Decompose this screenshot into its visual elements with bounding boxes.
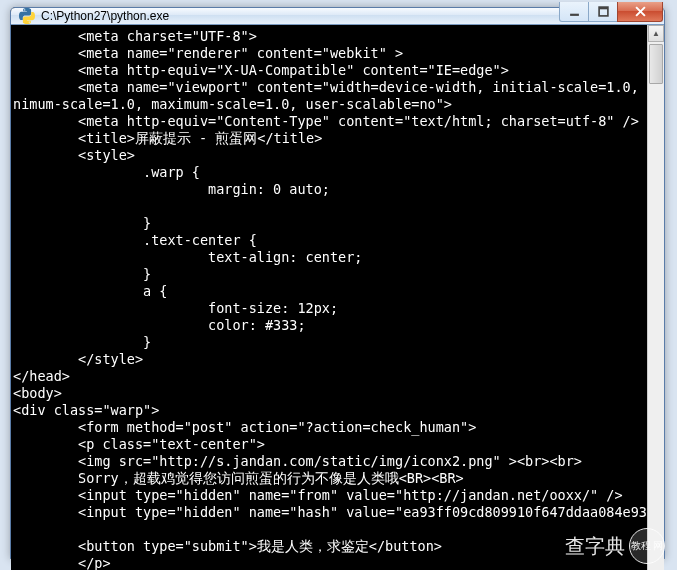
scroll-thumb[interactable] <box>649 44 663 84</box>
minimize-button[interactable] <box>559 2 589 22</box>
scroll-up-button[interactable]: ▲ <box>648 25 664 42</box>
watermark: 查字典 教程 网 <box>565 528 665 564</box>
window-controls <box>560 2 663 22</box>
console-area: <meta charset="UTF-8"> <meta name="rende… <box>11 25 664 570</box>
scroll-track[interactable] <box>648 42 664 570</box>
svg-rect-0 <box>570 14 579 16</box>
watermark-badge: 教程 网 <box>629 528 665 564</box>
console-output[interactable]: <meta charset="UTF-8"> <meta name="rende… <box>11 25 647 570</box>
svg-rect-2 <box>599 7 608 9</box>
python-icon <box>19 8 35 24</box>
close-button[interactable] <box>617 2 663 22</box>
titlebar[interactable]: C:\Python27\python.exe <box>11 8 664 25</box>
app-window: C:\Python27\python.exe <meta charset="UT… <box>10 7 665 559</box>
vertical-scrollbar[interactable]: ▲ ▼ <box>647 25 664 570</box>
window-title: C:\Python27\python.exe <box>41 9 560 23</box>
watermark-text: 查字典 <box>565 533 625 560</box>
maximize-button[interactable] <box>588 2 618 22</box>
